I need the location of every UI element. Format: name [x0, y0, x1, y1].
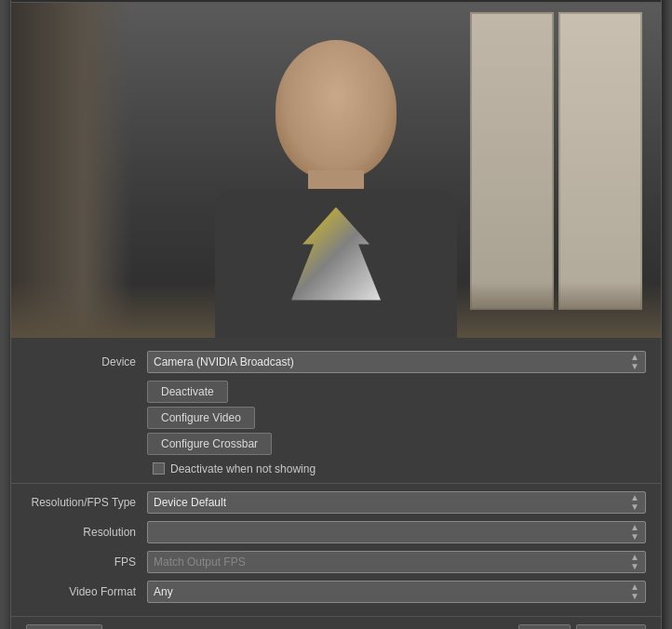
person-shirt: [215, 189, 457, 338]
fps-content: Match Output FPS ▲▼: [147, 551, 646, 573]
resolution-content: ▲▼: [147, 521, 646, 543]
dialog-footer: Defaults OK Cancel: [11, 616, 661, 630]
person-figure: [178, 21, 494, 338]
resolution-arrow: ▲▼: [630, 523, 639, 542]
fps-value: Match Output FPS: [154, 555, 246, 569]
resolution-label: Resolution: [26, 526, 147, 539]
resolution-row: Resolution ▲▼: [11, 517, 661, 547]
device-select-arrow: ▲▼: [630, 353, 639, 371]
controls-area: Device Camera (NVIDIA Broadcast) ▲▼ Deac…: [11, 338, 661, 616]
device-select-value: Camera (NVIDIA Broadcast): [154, 355, 294, 368]
device-row: Device Camera (NVIDIA Broadcast) ▲▼: [11, 347, 661, 377]
cancel-button[interactable]: Cancel: [576, 624, 646, 630]
resolution-fps-value: Device Default: [154, 496, 226, 509]
device-content: Camera (NVIDIA Broadcast) ▲▼: [147, 351, 646, 373]
action-buttons: Deactivate Configure Video Configure Cro…: [147, 381, 272, 455]
video-format-label: Video Format: [26, 585, 147, 598]
resolution-fps-label: Resolution/FPS Type: [26, 496, 147, 509]
buttons-content: Deactivate Configure Video Configure Cro…: [147, 381, 646, 455]
defaults-button[interactable]: Defaults: [26, 624, 102, 630]
camera-preview: [11, 3, 661, 338]
configure-video-button[interactable]: Configure Video: [147, 407, 255, 429]
camera-background: [11, 3, 661, 338]
door-panel-1: [558, 12, 642, 310]
deactivate-when-label: Deactivate when not showing: [170, 462, 316, 475]
ok-button[interactable]: OK: [518, 624, 570, 630]
video-format-arrow: ▲▼: [630, 582, 639, 601]
divider-1: [11, 483, 661, 484]
fps-arrow: ▲▼: [630, 553, 639, 571]
video-format-row: Video Format Any ▲▼: [11, 577, 661, 607]
fps-row: FPS Match Output FPS ▲▼: [11, 547, 661, 577]
video-format-value: Any: [154, 585, 173, 598]
deactivate-when-checkbox-row: Deactivate when not showing: [11, 459, 661, 479]
device-select[interactable]: Camera (NVIDIA Broadcast) ▲▼: [147, 351, 646, 373]
resolution-fps-select[interactable]: Device Default ▲▼: [147, 491, 646, 514]
fps-label: FPS: [26, 555, 147, 569]
resolution-fps-content: Device Default ▲▼: [147, 491, 646, 514]
resolution-select[interactable]: ▲▼: [147, 521, 646, 543]
device-label: Device: [26, 355, 147, 368]
deactivate-when-checkbox[interactable]: [153, 462, 165, 475]
resolution-fps-arrow: ▲▼: [630, 493, 639, 512]
footer-right-buttons: OK Cancel: [518, 624, 646, 630]
buttons-row: Deactivate Configure Video Configure Cro…: [11, 377, 661, 459]
shirt-logo: [280, 207, 392, 301]
video-format-content: Any ▲▼: [147, 581, 646, 603]
deactivate-button[interactable]: Deactivate: [147, 381, 228, 403]
fps-select[interactable]: Match Output FPS ▲▼: [147, 551, 646, 573]
resolution-fps-row: Resolution/FPS Type Device Default ▲▼: [11, 488, 661, 517]
person-head: [276, 40, 396, 180]
dialog-window: Properties for 'Video Capture Device' ✕ …: [10, 0, 662, 629]
configure-crossbar-button[interactable]: Configure Crossbar: [147, 433, 272, 455]
video-format-select[interactable]: Any ▲▼: [147, 581, 646, 603]
